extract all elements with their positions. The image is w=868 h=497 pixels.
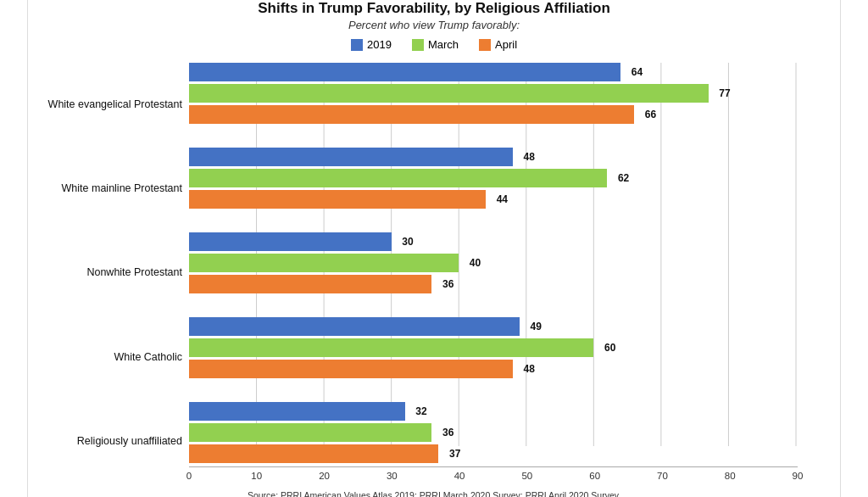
bar-2019: 32: [189, 402, 405, 421]
bar-value-label: 37: [449, 448, 460, 460]
legend-item-march: March: [412, 38, 459, 51]
bar-value-label: 64: [632, 66, 643, 78]
bar-row: 36: [189, 423, 796, 442]
legend-color-2019: [351, 39, 363, 51]
x-tick: 40: [454, 471, 465, 481]
bar-value-label: 48: [524, 151, 535, 163]
bar-value-label: 36: [442, 427, 453, 438]
bar-row: 32: [189, 402, 796, 421]
bar-value-label: 60: [604, 342, 615, 354]
chart-title: Shifts in Trump Favorability, by Religio…: [45, 0, 823, 17]
legend-color-march: [412, 39, 424, 51]
bar-row: 40: [189, 254, 796, 272]
bar-march: 40: [189, 254, 459, 272]
legend-label-april: April: [495, 38, 517, 51]
bar-april: 66: [189, 105, 634, 124]
bar-value-label: 44: [497, 193, 508, 205]
x-tick: 70: [657, 471, 668, 481]
source-text: Source: PRRI American Values Atlas 2019;…: [45, 490, 823, 497]
bar-row: 48: [189, 360, 796, 378]
y-label: White mainline Protestant: [45, 182, 182, 195]
y-label: Religiously unaffiliated: [45, 435, 182, 448]
bar-march: 36: [189, 423, 431, 442]
bar-2019: 30: [189, 232, 392, 251]
group-container: 647766486244304036496048323637: [189, 63, 796, 466]
bar-group: 323637: [189, 402, 796, 463]
x-tick: 50: [521, 471, 532, 481]
bar-value-label: 30: [402, 236, 413, 248]
x-tick: 0: [186, 471, 192, 481]
bar-value-label: 32: [415, 405, 426, 417]
bar-row: 36: [189, 275, 796, 293]
legend: 2019MarchApril: [45, 38, 823, 51]
y-label: Nonwhite Protestant: [45, 266, 182, 279]
bar-april: 48: [189, 360, 513, 378]
chart-subtitle: Percent who view Trump favorably:: [45, 19, 823, 31]
grid-and-bars: 647766486244304036496048323637: [189, 63, 823, 466]
x-tick: 10: [251, 471, 262, 481]
bar-group: 496048: [189, 317, 796, 378]
bar-group: 647766: [189, 63, 796, 124]
bar-value-label: 48: [524, 363, 535, 375]
chart-area: White evangelical ProtestantWhite mainli…: [45, 63, 823, 483]
bar-row: 37: [189, 444, 796, 463]
bar-2019: 49: [189, 317, 520, 336]
bar-group: 486244: [189, 148, 796, 209]
x-tick: 20: [319, 471, 330, 481]
bar-row: 77: [189, 84, 796, 103]
bar-march: 60: [189, 338, 593, 357]
x-tick: 60: [589, 471, 600, 481]
bar-value-label: 40: [470, 257, 481, 269]
y-label: White Catholic: [45, 351, 182, 364]
bar-value-label: 36: [442, 278, 453, 290]
y-label: White evangelical Protestant: [45, 98, 182, 111]
bar-april: 37: [189, 444, 438, 463]
bar-row: 66: [189, 105, 796, 124]
y-labels: White evangelical ProtestantWhite mainli…: [45, 63, 189, 483]
x-tick: 80: [725, 471, 736, 481]
bar-row: 62: [189, 169, 796, 187]
legend-label-2019: 2019: [367, 38, 392, 51]
bar-row: 30: [189, 232, 796, 251]
chart-container: Shifts in Trump Favorability, by Religio…: [27, 0, 841, 497]
legend-item-2019: 2019: [351, 38, 392, 51]
bar-2019: 48: [189, 148, 513, 166]
bar-april: 44: [189, 190, 486, 209]
bar-value-label: 62: [618, 172, 629, 184]
legend-item-april: April: [479, 38, 517, 51]
x-tick: 30: [387, 471, 398, 481]
bars-and-grid: 647766486244304036496048323637 010203040…: [189, 63, 823, 483]
legend-label-march: March: [428, 38, 459, 51]
x-axis: 0102030405060708090: [189, 466, 798, 483]
bar-row: 60: [189, 338, 796, 357]
bar-value-label: 66: [645, 109, 656, 120]
x-tick: 90: [793, 471, 804, 481]
bar-value-label: 49: [530, 321, 541, 332]
bar-april: 36: [189, 275, 431, 293]
bar-row: 48: [189, 148, 796, 166]
legend-color-april: [479, 39, 491, 51]
bar-value-label: 77: [719, 87, 730, 99]
bar-row: 64: [189, 63, 796, 81]
bar-march: 77: [189, 84, 709, 103]
bar-march: 62: [189, 169, 607, 187]
bar-group: 304036: [189, 232, 796, 293]
bar-2019: 64: [189, 63, 620, 81]
bar-row: 44: [189, 190, 796, 209]
bar-row: 49: [189, 317, 796, 336]
